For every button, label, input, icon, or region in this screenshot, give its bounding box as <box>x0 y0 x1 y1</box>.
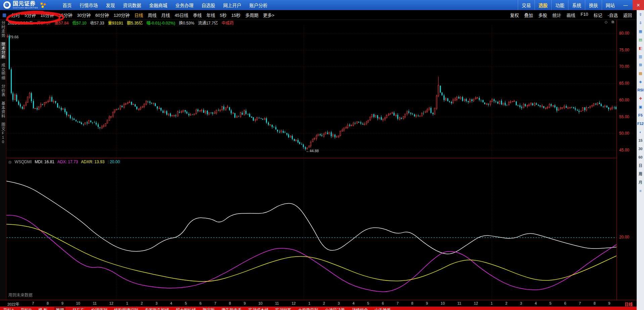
bottom-indicator-bar: 指标A指标B模 板管理日左右价钱序列结构规律识别专家版先知线超大明标线限定版擒牛… <box>0 307 637 310</box>
period-button[interactable]: 10分钟 <box>38 12 56 18</box>
pattern-icon[interactable]: ▩ <box>639 72 642 75</box>
period-button[interactable]: 5分钟 <box>22 12 38 18</box>
bottom-bar-item[interactable]: 擒牛狙击手 <box>221 307 241 310</box>
period-day-button[interactable]: 日 <box>639 164 642 168</box>
bottom-bar-item[interactable]: 日左右 <box>72 307 84 310</box>
grid-view-icon[interactable]: ▦ <box>639 30 642 33</box>
period-button[interactable]: 更多> <box>261 12 277 18</box>
period-button[interactable]: 季线 <box>191 12 204 18</box>
theme-icon[interactable]: ◐ <box>639 130 642 134</box>
toolbar-action-button[interactable]: 统计 <box>550 12 564 18</box>
period-60-button[interactable]: 60 <box>638 156 642 159</box>
quote-corner-icon[interactable]: ⧉ <box>611 20 614 24</box>
scroll-down-icon[interactable]: ⇩ <box>639 21 642 25</box>
toolbar-action-button[interactable]: -自选 <box>605 12 620 18</box>
titlebar-action[interactable]: 交易 <box>518 0 535 10</box>
toolbar-action-button[interactable]: 画线 <box>564 12 578 18</box>
chart-layout-icon[interactable]: ▦ <box>0 12 9 17</box>
main-menu-item[interactable]: 业务办理 <box>171 0 197 10</box>
period-button[interactable]: 5秒 <box>218 12 229 18</box>
period-button[interactable]: 周线 <box>145 12 159 18</box>
period-button[interactable]: 45日线 <box>172 12 190 18</box>
period-30-button[interactable]: 30 <box>638 147 642 151</box>
sidebar-tab[interactable]: 技术分析 <box>0 42 6 59</box>
main-menu-item[interactable]: 发现 <box>102 0 119 10</box>
minimize-button[interactable]: — <box>620 0 631 10</box>
bottom-bar-item[interactable]: 价钱序列 <box>91 307 107 310</box>
titlebar-action[interactable]: 网站 <box>602 0 618 10</box>
titlebar-action[interactable]: 功能 <box>551 0 568 10</box>
toolbar-action-button[interactable]: F10 <box>578 12 591 18</box>
indicator-canvas[interactable] <box>6 158 617 300</box>
bottom-bar-item[interactable]: 实战秘笈 <box>275 307 291 310</box>
period-button[interactable]: 15分钟 <box>56 12 75 18</box>
quote-token: 中成药 <box>222 20 234 26</box>
f5-shortcut-button[interactable]: F5 <box>638 114 643 117</box>
bottom-bar-item[interactable]: 指标B <box>21 307 32 310</box>
bottom-bar-item[interactable]: 大趋势获利 <box>298 307 318 310</box>
main-menu-item[interactable]: 行情市场 <box>76 0 102 10</box>
main-menu-item[interactable]: 金融商城 <box>145 0 171 10</box>
bottom-bar-item[interactable]: 管理 <box>54 307 65 310</box>
columns-view-icon[interactable]: ▥ <box>639 55 642 58</box>
sidebar-tab[interactable]: 基本资料 <box>0 101 6 118</box>
timeline-month-label: 8 <box>229 301 231 307</box>
diamond-marker-icon[interactable]: ◈ <box>639 80 642 84</box>
main-menu-item[interactable]: 账户分析 <box>245 0 272 10</box>
toolbar-action-button[interactable]: 叠加 <box>521 12 536 18</box>
add-panel-icon[interactable]: ⊞ <box>639 63 642 67</box>
period-button[interactable]: 日线 <box>132 12 145 18</box>
titlebar-action[interactable]: 选股 <box>535 0 551 10</box>
sidebar-tab[interactable]: 成交明细 <box>0 63 6 80</box>
rsi-shortcut-button[interactable]: RSI <box>637 88 643 92</box>
titlebar-action[interactable]: 换肤 <box>585 0 602 10</box>
bottom-bar-item[interactable]: 实战成本线 <box>248 307 269 310</box>
bottom-bar-item[interactable]: 战绩组合 <box>352 307 368 310</box>
toolbar-action-button[interactable]: 复权 <box>507 12 521 18</box>
quote-corner-icons: ◇⧉ <box>605 20 614 24</box>
main-menu-item[interactable]: 自选股 <box>197 0 219 10</box>
period-button[interactable]: 分时 <box>9 12 22 18</box>
bottom-bar-item[interactable]: 指标A <box>3 307 14 310</box>
bottom-bar-item[interactable]: 山千神盾 <box>375 307 391 310</box>
main-menu-item[interactable]: 网上开户 <box>219 0 245 10</box>
bottom-bar-item[interactable]: 限定版 <box>202 307 215 310</box>
timeline-month-label: 12 <box>291 301 295 307</box>
split-view-icon[interactable]: ◧ <box>639 46 642 50</box>
sidebar-tab[interactable]: 图文F10 <box>0 123 6 144</box>
scroll-up-icon[interactable]: ⇧ <box>639 13 642 16</box>
main-menu-item[interactable]: 资讯数据 <box>119 0 145 10</box>
bottom-bar-item[interactable]: 结构规律识别 <box>114 307 138 310</box>
candlestick-canvas[interactable] <box>6 26 617 158</box>
panel-icon[interactable]: ▣ <box>639 105 642 109</box>
indicator-collapse-icon[interactable]: ◎ <box>8 160 12 164</box>
period-button[interactable]: 月线 <box>159 12 172 18</box>
period-button[interactable]: 120分钟 <box>111 12 132 18</box>
main-menu-item[interactable]: 首页 <box>58 0 76 10</box>
period-15-button[interactable]: 15 <box>638 139 642 142</box>
period-button[interactable]: 30分钟 <box>75 12 93 18</box>
menu-icon[interactable]: ≡ <box>639 189 641 193</box>
toolbar-action-button[interactable]: 多股 <box>536 12 550 18</box>
bottom-bar-item[interactable]: 模 板 <box>38 307 47 310</box>
quote-corner-icon[interactable]: ◇ <box>605 20 607 24</box>
toolbar-action-button[interactable]: 返回 <box>620 12 635 18</box>
period-button[interactable]: 15秒 <box>229 12 243 18</box>
toolbar-action-button[interactable]: 标记 <box>591 12 605 18</box>
f12-shortcut-button[interactable]: F12 <box>637 122 644 126</box>
period-button[interactable]: 多周期 <box>243 12 261 18</box>
titlebar-action[interactable]: 系统 <box>568 0 585 10</box>
timeline-period-label[interactable]: 日线 <box>625 301 633 307</box>
rows-view-icon[interactable]: ▤ <box>639 38 642 42</box>
close-button[interactable]: ✕ <box>633 0 644 10</box>
bottom-bar-item[interactable]: 超大明标线 <box>176 307 196 310</box>
bottom-bar-item[interactable]: 专家版先知线 <box>145 307 169 310</box>
period-button[interactable]: 年线 <box>204 12 218 18</box>
period-month-button[interactable]: 月 <box>639 181 642 184</box>
period-week-button[interactable]: 周 <box>639 172 642 176</box>
period-button[interactable]: 60分钟 <box>93 12 111 18</box>
add-indicator-icon[interactable]: ✚ <box>639 97 642 100</box>
bottom-bar-item[interactable]: 小波段决胜 <box>325 307 345 310</box>
sidebar-tab[interactable]: 分时走势 <box>0 21 6 38</box>
sidebar-tab[interactable]: 分价表 <box>0 84 6 97</box>
